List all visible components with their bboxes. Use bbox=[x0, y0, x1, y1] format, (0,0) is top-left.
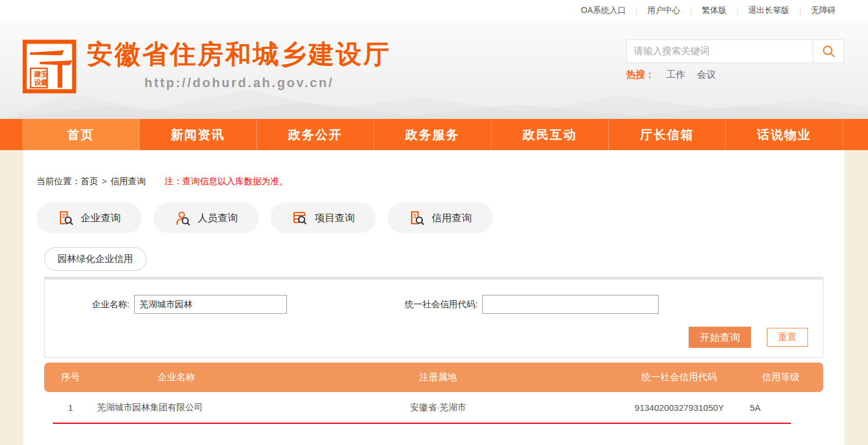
col-header-credit-rating: 信用等级 bbox=[738, 363, 823, 392]
credit-search-icon bbox=[409, 210, 425, 226]
tab-personnel-query[interactable]: 人员查询 bbox=[153, 202, 259, 233]
divider: ｜ bbox=[734, 5, 742, 16]
brand-text: 安徽省住房和城乡建设厅 http://dohurd.ah.gov.cn/ bbox=[87, 31, 391, 94]
company-name-label: 企业名称: bbox=[92, 299, 129, 310]
query-tabs: 企业查询 人员查询 项目查询 bbox=[36, 202, 844, 233]
nav-item-interaction[interactable]: 政民互动 bbox=[492, 119, 609, 150]
start-query-button[interactable]: 开始查询 bbox=[689, 327, 751, 348]
nav-item-gov-service[interactable]: 政务服务 bbox=[374, 119, 491, 150]
col-header-company-name: 企业名称 bbox=[97, 363, 256, 392]
site-header: 建 安 设 徽 安徽省住房和城乡建设厅 http://dohurd.ah.gov… bbox=[0, 21, 868, 119]
breadcrumb-current: 信用查询 bbox=[111, 176, 146, 186]
tab-enterprise-query[interactable]: 企业查询 bbox=[36, 202, 142, 233]
company-name-group: 企业名称: bbox=[92, 295, 287, 314]
credit-code-group: 统一社会信用代码: bbox=[405, 295, 659, 314]
nav-item-director-mailbox[interactable]: 厅长信箱 bbox=[609, 119, 726, 150]
nav-item-property-talk[interactable]: 话说物业 bbox=[726, 119, 843, 150]
tab-landscaping-enterprise-credit[interactable]: 园林绿化企业信用 bbox=[44, 247, 146, 271]
svg-text:建: 建 bbox=[34, 70, 41, 78]
nav-item-home[interactable]: 首页 bbox=[22, 119, 139, 150]
tab-label: 人员查询 bbox=[198, 211, 238, 225]
col-header-credit-code: 统一社会信用代码 bbox=[620, 363, 738, 392]
topbar-link-traditional[interactable]: 繁体版 bbox=[702, 5, 727, 16]
credit-code-input[interactable] bbox=[482, 295, 659, 314]
page-background: 当前位置：首页>信用查询 注：查询信息以入库数据为准。 企业查询 bbox=[0, 150, 868, 445]
topbar-link-exit-elder-mode[interactable]: 退出长辈版 bbox=[748, 5, 789, 16]
svg-text:徽: 徽 bbox=[41, 78, 48, 87]
person-search-icon bbox=[175, 210, 191, 226]
tab-label: 项目查询 bbox=[315, 211, 355, 225]
hot-search: 热搜： 工作 会议 bbox=[626, 69, 844, 81]
breadcrumb-home[interactable]: 首页 bbox=[81, 176, 98, 186]
site-brand: 建 安 设 徽 安徽省住房和城乡建设厅 http://dohurd.ah.gov… bbox=[22, 31, 391, 94]
hot-search-label: 热搜： bbox=[626, 69, 655, 81]
tab-label: 企业查询 bbox=[81, 211, 121, 225]
form-fields-row: 企业名称: 统一社会信用代码: bbox=[45, 280, 823, 314]
row-index: 1 bbox=[44, 392, 97, 423]
col-header-index: 序号 bbox=[44, 363, 97, 392]
svg-text:设: 设 bbox=[34, 78, 42, 87]
credit-code-label: 统一社会信用代码: bbox=[405, 299, 478, 310]
search-input[interactable] bbox=[627, 40, 813, 62]
building-search-icon bbox=[58, 210, 74, 226]
query-form-panel: 企业名称: 统一社会信用代码: 开始查询 重置 bbox=[44, 277, 823, 358]
nav-item-gov-open[interactable]: 政务公开 bbox=[257, 119, 374, 150]
table-row[interactable]: 1 芜湖城市园林集团有限公司 安徽省·芜湖市 91340200327931050… bbox=[44, 392, 823, 423]
row-credit-code: 91340200327931050Y bbox=[620, 392, 738, 423]
tab-credit-query[interactable]: 信用查询 bbox=[388, 202, 493, 233]
breadcrumb-row: 当前位置：首页>信用查询 注：查询信息以入库数据为准。 bbox=[24, 150, 844, 187]
results-table: 序号 企业名称 注册属地 统一社会信用代码 信用等级 1 芜湖城市园林集团有限公… bbox=[44, 363, 823, 424]
breadcrumb: 当前位置：首页>信用查询 bbox=[36, 176, 146, 187]
form-buttons-row: 开始查询 重置 bbox=[45, 327, 823, 348]
divider: ｜ bbox=[633, 5, 640, 16]
content-panel: 当前位置：首页>信用查询 注：查询信息以入库数据为准。 企业查询 bbox=[24, 150, 844, 445]
main-nav: 首页 新闻资讯 政务公开 政务服务 政民互动 厅长信箱 话说物业 bbox=[0, 119, 868, 150]
row-credit-rating: 5A bbox=[738, 392, 823, 423]
breadcrumb-label: 当前位置： bbox=[36, 176, 81, 186]
topbar-link-oa[interactable]: OA系统入口 bbox=[581, 5, 626, 16]
topbar: OA系统入口｜ 用户中心｜ 繁体版｜ 退出长辈版｜ 无障碍 bbox=[0, 0, 868, 21]
tab-label: 信用查询 bbox=[432, 211, 472, 225]
tab-project-query[interactable]: 项目查询 bbox=[271, 202, 376, 233]
topbar-link-user-center[interactable]: 用户中心 bbox=[647, 5, 680, 16]
search-area: 热搜： 工作 会议 bbox=[626, 39, 844, 81]
topbar-link-accessibility[interactable]: 无障碍 bbox=[811, 5, 836, 16]
search-button[interactable] bbox=[813, 40, 843, 62]
col-header-registered-location: 注册属地 bbox=[256, 363, 620, 392]
reset-button[interactable]: 重置 bbox=[767, 328, 808, 347]
query-note: 注：查询信息以入库数据为准。 bbox=[165, 176, 288, 187]
company-name-input[interactable] bbox=[134, 295, 287, 314]
breadcrumb-separator: > bbox=[102, 176, 107, 186]
divider: ｜ bbox=[796, 5, 804, 16]
divider: ｜ bbox=[687, 5, 695, 16]
nav-item-news[interactable]: 新闻资讯 bbox=[139, 119, 256, 150]
site-url: http://dohurd.ah.gov.cn/ bbox=[87, 75, 391, 91]
hot-search-term-work[interactable]: 工作 bbox=[666, 69, 685, 81]
search-box bbox=[626, 39, 844, 63]
row-underline bbox=[53, 423, 791, 424]
table-header-row: 序号 企业名称 注册属地 统一社会信用代码 信用等级 bbox=[44, 363, 823, 392]
hot-search-term-meeting[interactable]: 会议 bbox=[697, 69, 716, 81]
row-registered-location: 安徽省·芜湖市 bbox=[256, 392, 620, 423]
row-company-name: 芜湖城市园林集团有限公司 bbox=[97, 392, 256, 423]
site-title: 安徽省住房和城乡建设厅 bbox=[87, 39, 391, 69]
svg-text:安: 安 bbox=[41, 70, 48, 78]
project-search-icon bbox=[292, 210, 308, 226]
site-logo-seal-icon: 建 安 设 徽 bbox=[22, 39, 76, 94]
search-icon bbox=[822, 44, 836, 58]
